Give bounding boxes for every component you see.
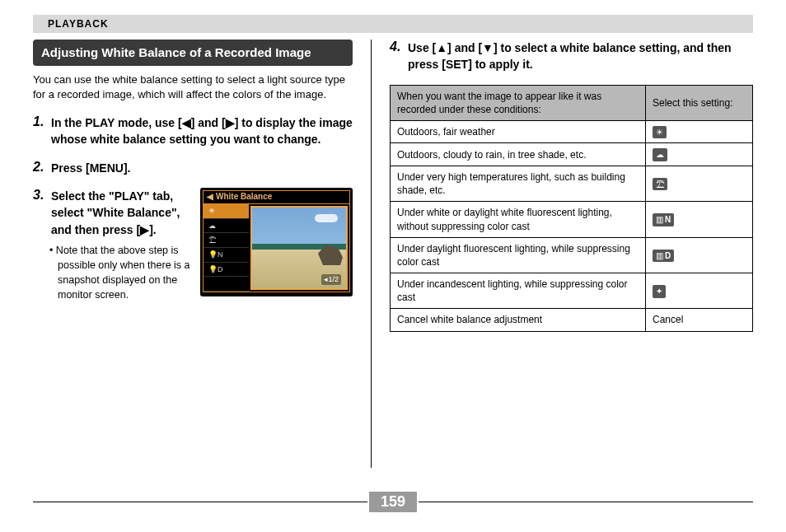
setting-cell: ☀	[646, 120, 753, 143]
lcd-menu-item	[204, 277, 249, 292]
step-body: Select the "PLAY" tab, select "White Bal…	[51, 188, 353, 302]
step-text: Press [MENU].	[51, 160, 353, 176]
lcd-page-indicator: ◂1/2	[321, 274, 341, 285]
step-3: 3. Select the "PLAY" tab, select "White …	[33, 188, 353, 302]
table-row: Under white or daylight white fluorescen…	[391, 202, 753, 237]
step-text: Select the "PLAY" tab, select "White Bal…	[51, 188, 192, 238]
lcd-menu: ☀ ☁ ⛱ 💡N 💡D	[204, 204, 249, 292]
sun-icon: ☀	[653, 126, 667, 139]
step-text: Use [▲] and [▼] to select a white balanc…	[408, 40, 753, 73]
section-title: Adjusting White Balance of a Recorded Im…	[33, 40, 353, 66]
white-balance-table: When you want the image to appear like i…	[390, 85, 753, 332]
shade-icon: ⛱	[653, 178, 667, 191]
table-row: Cancel white balance adjustment Cancel	[391, 309, 753, 331]
step-2: 2. Press [MENU].	[33, 160, 353, 176]
footer: 159	[33, 492, 753, 512]
steps-list-right: 4. Use [▲] and [▼] to select a white bal…	[390, 40, 753, 73]
condition-cell: Cancel white balance adjustment	[391, 309, 646, 331]
table-body: Outdoors, fair weather ☀ Outdoors, cloud…	[391, 120, 753, 331]
intro-text: You can use the white balance setting to…	[33, 72, 353, 104]
step-4: 4. Use [▲] and [▼] to select a white bal…	[390, 40, 753, 73]
setting-cell: Cancel	[646, 309, 753, 331]
condition-cell: Under daylight fluorescent lighting, whi…	[391, 237, 646, 273]
lcd-menu-item: 💡D	[204, 263, 249, 278]
step-note: Note that the above step is possible onl…	[58, 243, 192, 303]
setting-cell: ⛱	[646, 166, 753, 201]
lcd-menu-item: ☁	[204, 219, 249, 234]
step-number: 1.	[33, 114, 51, 148]
setting-cell: ▥D	[646, 237, 753, 273]
table-row: Outdoors, fair weather ☀	[391, 120, 753, 143]
condition-cell: Outdoors, fair weather	[391, 120, 646, 143]
lcd-menu-item: 💡N	[204, 248, 249, 263]
step-number: 2.	[33, 160, 51, 176]
table-row: Under daylight fluorescent lighting, whi…	[391, 237, 753, 273]
page-number: 159	[369, 492, 417, 512]
step-1: 1. In the PLAY mode, use [◀] and [▶] to …	[33, 114, 353, 148]
content-columns: Adjusting White Balance of a Recorded Im…	[33, 40, 753, 468]
table-row: Under very high temperatures light, such…	[391, 166, 753, 201]
fluorescent-d-icon: ▥D	[653, 250, 674, 263]
table-head-setting: Select this setting:	[646, 85, 753, 120]
table-row: Outdoors, cloudy to rain, in tree shade,…	[391, 143, 753, 166]
condition-cell: Under very high temperatures light, such…	[391, 166, 646, 201]
setting-cell: ☁	[646, 143, 753, 166]
setting-cell: ✦	[646, 273, 753, 309]
lcd-title: White Balance	[216, 191, 272, 203]
footer-rule-left	[33, 502, 367, 502]
lcd-photo: ◂1/2	[250, 206, 348, 290]
lcd-photo-cloud	[315, 214, 338, 222]
fluorescent-n-icon: ▥N	[653, 213, 674, 226]
step-number: 3.	[33, 188, 51, 302]
incandescent-icon: ✦	[653, 285, 666, 298]
cloud-icon: ☁	[653, 148, 667, 161]
step-number: 4.	[390, 40, 408, 73]
steps-list: 1. In the PLAY mode, use [◀] and [▶] to …	[33, 114, 353, 302]
footer-rule-right	[419, 502, 753, 502]
lcd-body: ☀ ☁ ⛱ 💡N 💡D ◂1/2	[203, 203, 350, 292]
table-head-condition: When you want the image to appear like i…	[391, 85, 646, 120]
condition-cell: Under white or daylight white fluorescen…	[391, 202, 646, 237]
lcd-header: ◀ White Balance	[203, 190, 350, 203]
lcd-menu-item: ☀	[204, 204, 249, 219]
setting-cell: ▥N	[646, 202, 753, 237]
right-column: 4. Use [▲] and [▼] to select a white bal…	[372, 40, 753, 468]
condition-cell: Outdoors, cloudy to rain, in tree shade,…	[391, 143, 646, 166]
left-column: Adjusting White Balance of a Recorded Im…	[33, 40, 371, 468]
lcd-photo-rock	[318, 245, 343, 265]
lcd-menu-item: ⛱	[204, 233, 249, 248]
condition-cell: Under incandescent lighting, while suppr…	[391, 273, 646, 309]
table-row: Under incandescent lighting, while suppr…	[391, 273, 753, 309]
lcd-back-icon: ◀	[207, 191, 213, 203]
header-section: PLAYBACK	[48, 18, 109, 30]
step-text: In the PLAY mode, use [◀] and [▶] to dis…	[51, 114, 353, 148]
lcd-preview: ◀ White Balance ☀ ☁ ⛱ 💡N 💡D	[200, 188, 353, 296]
header-band: PLAYBACK	[33, 15, 753, 33]
